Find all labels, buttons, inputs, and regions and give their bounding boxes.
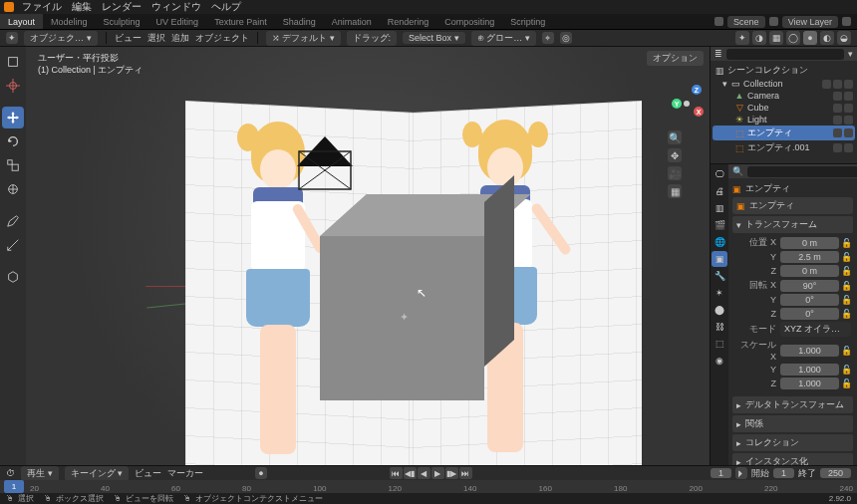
outliner-camera[interactable]: ▲ Camera	[713, 90, 855, 102]
workspace-tab-modeling[interactable]: Modeling	[43, 14, 96, 29]
workspace-tab-rendering[interactable]: Rendering	[380, 14, 437, 29]
tool-cursor[interactable]	[2, 75, 24, 97]
lock-icon[interactable]: 🔓	[841, 295, 851, 305]
tool-move[interactable]	[2, 107, 24, 128]
properties-search-input[interactable]	[747, 166, 857, 177]
jump-start-icon[interactable]: ⏮	[390, 467, 403, 479]
mode-dropdown[interactable]: オブジェク… ▾	[24, 31, 98, 46]
perspective-toggle-icon[interactable]: ▦	[668, 184, 682, 198]
restrict-render-icon[interactable]	[844, 143, 853, 152]
restrict-render-icon[interactable]	[844, 92, 853, 101]
scale-x-field[interactable]: 1.000	[780, 345, 839, 357]
pan-icon[interactable]: ✥	[668, 148, 682, 162]
view-layer-field[interactable]: View Layer	[782, 16, 838, 28]
axis-x-icon[interactable]: X	[694, 107, 704, 117]
viewport-options[interactable]: オプション	[647, 51, 704, 66]
tool-measure[interactable]	[2, 234, 24, 256]
prop-tab-world[interactable]: 🌐	[712, 234, 727, 250]
start-frame-field[interactable]: 1	[773, 468, 794, 478]
empty-image-object[interactable]	[295, 136, 355, 193]
tool-scale[interactable]	[2, 154, 24, 176]
editor-type-icon[interactable]: ✦	[6, 32, 18, 44]
restrict-render-icon[interactable]	[844, 116, 853, 125]
panel-transform-header[interactable]: ▾ トランスフォーム	[732, 216, 853, 233]
outliner-type-icon[interactable]: ≣	[714, 49, 722, 59]
panel-collections-header[interactable]: ▸ コレクション	[732, 434, 853, 451]
rot-x-field[interactable]: 90°	[780, 280, 839, 292]
rot-mode-dropdown[interactable]: XYZ オイラ…	[780, 322, 851, 337]
zoom-icon[interactable]: 🔍	[668, 130, 682, 144]
snap-icon[interactable]: ⌖	[542, 32, 554, 44]
outliner-light[interactable]: ☀ Light	[713, 114, 855, 126]
outliner-empty-001[interactable]: ⬚ エンプティ.001	[713, 140, 855, 155]
scale-y-field[interactable]: 1.000	[780, 364, 839, 376]
filter-icon[interactable]	[842, 17, 851, 26]
tool-transform[interactable]	[2, 178, 24, 200]
restrict-render-icon[interactable]	[844, 104, 853, 113]
lock-icon[interactable]: 🔓	[841, 346, 851, 356]
workspace-tab-sculpting[interactable]: Sculpting	[96, 14, 148, 29]
camera-view-icon[interactable]: 🎥	[668, 166, 682, 180]
outliner-collection[interactable]: ▾ ▭ Collection	[713, 78, 855, 90]
outliner-scene-collection[interactable]: ▥ シーンコレクション	[713, 63, 855, 78]
workspace-tab-uv[interactable]: UV Editing	[148, 14, 207, 29]
axis-y-icon[interactable]: Y	[672, 99, 682, 109]
frame-range-icon[interactable]: ⏵	[735, 467, 747, 479]
restrict-viewport-icon[interactable]	[833, 92, 842, 101]
vp-menu-view[interactable]: ビュー	[115, 32, 142, 45]
axis-z-icon[interactable]: Z	[692, 85, 702, 95]
tool-select[interactable]	[2, 51, 24, 73]
prop-tab-output[interactable]: 🖨	[712, 183, 727, 199]
end-frame-field[interactable]: 250	[820, 468, 851, 478]
panel-delta-header[interactable]: ▸ デルタトランスフォーム	[732, 396, 853, 413]
xray-icon[interactable]: ▦	[769, 31, 783, 45]
overlay-toggle-icon[interactable]: ◑	[752, 31, 766, 45]
restrict-render-icon[interactable]	[844, 80, 853, 89]
panel-relations-header[interactable]: ▸ 関係	[732, 415, 853, 432]
viewport-3d[interactable]: ユーザー・平行投影 (1) Collection | エンプティ オプション	[26, 47, 710, 465]
restrict-render-icon[interactable]	[844, 128, 853, 137]
timeline-play-menu[interactable]: 再生 ▾	[21, 466, 59, 481]
restrict-viewport-icon[interactable]	[833, 128, 842, 137]
rot-y-field[interactable]: 0°	[780, 294, 839, 306]
prop-tab-scene[interactable]: 🎬	[712, 217, 727, 233]
transform-orientation-dropdown[interactable]: ⊕ グロー… ▾	[471, 31, 536, 46]
prop-tab-viewlayer[interactable]: ▥	[712, 200, 727, 216]
workspace-tab-shading[interactable]: Shading	[275, 14, 324, 29]
prop-tab-data[interactable]: ⬚	[712, 336, 727, 352]
outliner-cube[interactable]: ▽ Cube	[713, 102, 855, 114]
workspace-tab-layout[interactable]: Layout	[0, 14, 43, 29]
prop-tab-render[interactable]: 🖵	[712, 166, 727, 182]
shading-solid-icon[interactable]: ●	[803, 31, 817, 45]
lock-icon[interactable]: 🔓	[841, 252, 851, 262]
prop-tab-object[interactable]: ▣	[712, 251, 727, 267]
prop-tab-constraint[interactable]: ⛓	[712, 319, 727, 335]
scene-name-field[interactable]: Scene	[727, 16, 765, 28]
lock-icon[interactable]: 🔓	[841, 266, 851, 276]
lock-icon[interactable]: 🔓	[841, 365, 851, 375]
prev-key-icon[interactable]: ◀▮	[404, 467, 417, 479]
restrict-viewport-icon[interactable]	[833, 116, 842, 125]
prop-tab-particle[interactable]: ✶	[712, 285, 727, 301]
menu-file[interactable]: ファイル	[18, 0, 66, 14]
prop-tab-physics[interactable]: ⬤	[712, 302, 727, 318]
outliner-filter-icon[interactable]: ▾	[848, 49, 853, 59]
proportional-icon[interactable]: ◎	[560, 32, 572, 44]
shading-wire-icon[interactable]: ◯	[786, 31, 800, 45]
vp-menu-object[interactable]: オブジェクト	[195, 32, 249, 45]
timeline-marker-menu[interactable]: マーカー	[167, 467, 203, 480]
timeline-view-menu[interactable]: ビュー	[135, 467, 161, 480]
autokey-icon[interactable]: ●	[255, 467, 267, 479]
outliner-empty[interactable]: ⬚ エンプティ	[713, 126, 855, 140]
breadcrumb-object[interactable]: エンプティ	[745, 182, 790, 195]
loc-x-field[interactable]: 0 m	[780, 237, 839, 249]
lock-icon[interactable]: 🔓	[841, 238, 851, 248]
scene-browse-icon[interactable]	[714, 17, 723, 26]
orientation-dropdown[interactable]: ⤮ デフォルト ▾	[266, 31, 341, 46]
menu-window[interactable]: ウィンドウ	[147, 0, 205, 14]
menu-render[interactable]: レンダー	[98, 0, 145, 14]
shading-render-icon[interactable]: ◒	[837, 31, 851, 45]
timeline-type-icon[interactable]: ⏱	[6, 468, 15, 478]
play-fwd-icon[interactable]: ▶	[431, 467, 444, 479]
gizmo-toggle-icon[interactable]: ✦	[735, 31, 749, 45]
